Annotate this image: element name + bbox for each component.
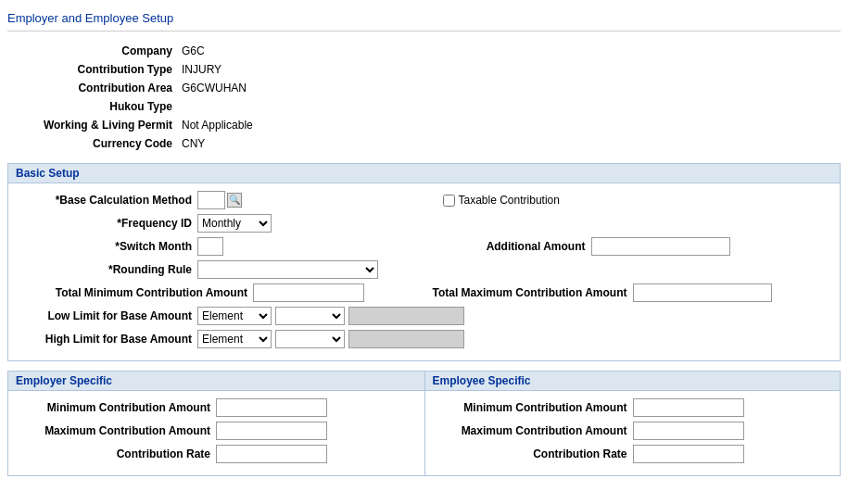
total-max-input[interactable] — [633, 284, 772, 302]
employer-specific-header: Employer Specific — [8, 372, 424, 391]
page-title: Employer and Employee Setup — [7, 7, 841, 32]
employee-specific-section: Employee Specific Minimum Contribution A… — [424, 371, 842, 476]
employee-max-input[interactable] — [633, 422, 744, 440]
contribution-type-label: Contribution Type — [9, 61, 176, 78]
rounding-rule-select[interactable]: Round Up Round Down Round Nearest — [197, 260, 378, 279]
hukou-type-label: Hukou Type — [9, 98, 176, 115]
base-calc-label: *Base Calculation Method — [12, 194, 197, 207]
low-limit-type-select[interactable]: Element Amount Percent — [197, 307, 272, 325]
info-table: Company G6C Contribution Type INJURY Con… — [7, 41, 841, 154]
company-value: G6C — [178, 43, 839, 59]
low-limit-input — [348, 307, 464, 325]
total-max-label: Total Maximum Contribution Amount — [429, 286, 633, 299]
total-min-input[interactable] — [253, 284, 364, 302]
hukou-type-value — [178, 98, 839, 115]
low-limit-label: Low Limit for Base Amount — [12, 309, 197, 322]
basic-setup-section: Basic Setup *Base Calculation Method 🔍 T… — [7, 163, 841, 361]
total-min-label: Total Minimum Contribution Amount — [12, 286, 253, 299]
frequency-id-label: *Frequency ID — [12, 217, 197, 230]
lookup-icon[interactable]: 🔍 — [227, 193, 242, 208]
employee-min-input[interactable] — [633, 398, 744, 417]
contribution-area-value: G6CWUHAN — [178, 80, 839, 96]
employer-rate-label: Contribution Rate — [12, 447, 216, 460]
working-living-value: Not Applicable — [178, 117, 839, 133]
frequency-id-select[interactable]: Monthly Weekly Bi-Weekly Semi-Monthly — [197, 214, 272, 233]
employee-rate-input[interactable] — [633, 445, 744, 463]
currency-code-value: CNY — [178, 135, 839, 152]
employer-max-label: Maximum Contribution Amount — [12, 424, 216, 437]
additional-amount-label: Additional Amount — [443, 240, 591, 253]
additional-amount-input[interactable] — [591, 237, 730, 256]
company-label: Company — [9, 43, 176, 59]
employer-employee-grid: Employer Specific Minimum Contribution A… — [7, 371, 841, 476]
high-limit-input — [348, 330, 464, 348]
employee-min-label: Minimum Contribution Amount — [429, 401, 633, 414]
employee-rate-label: Contribution Rate — [429, 447, 633, 460]
high-limit-value-select[interactable] — [275, 330, 345, 348]
currency-code-label: Currency Code — [9, 135, 176, 152]
employer-rate-input[interactable] — [216, 445, 327, 463]
taxable-contribution-checkbox[interactable] — [443, 195, 455, 207]
rounding-rule-label: *Rounding Rule — [12, 263, 197, 276]
employer-min-label: Minimum Contribution Amount — [12, 401, 216, 414]
low-limit-value-select[interactable] — [275, 307, 345, 325]
employer-specific-section: Employer Specific Minimum Contribution A… — [7, 371, 424, 476]
high-limit-type-select[interactable]: Element Amount Percent — [197, 330, 272, 348]
taxable-contribution-label: Taxable Contribution — [459, 194, 560, 207]
base-calc-input[interactable] — [197, 191, 225, 209]
switch-month-input[interactable] — [197, 237, 223, 256]
contribution-area-label: Contribution Area — [9, 80, 176, 96]
employee-max-label: Maximum Contribution Amount — [429, 424, 633, 437]
working-living-label: Working & Living Permit — [9, 117, 176, 133]
employer-max-input[interactable] — [216, 422, 327, 440]
high-limit-label: High Limit for Base Amount — [12, 333, 197, 346]
employer-min-input[interactable] — [216, 398, 327, 417]
basic-setup-header: Basic Setup — [8, 164, 840, 183]
contribution-type-value: INJURY — [178, 61, 839, 78]
employee-specific-header: Employee Specific — [425, 372, 841, 391]
switch-month-label: *Switch Month — [12, 240, 197, 253]
